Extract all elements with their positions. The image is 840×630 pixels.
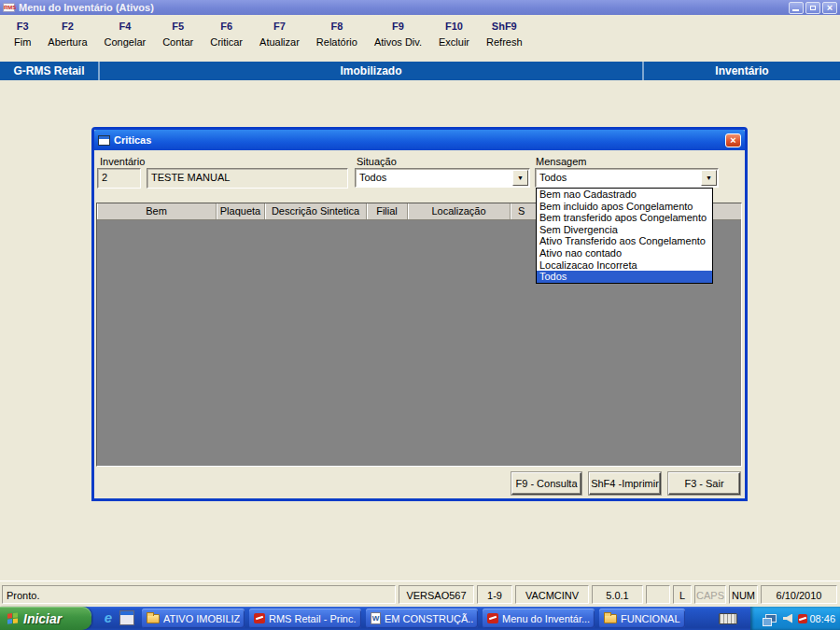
sair-button[interactable]: F3 - Sair <box>668 472 740 495</box>
toolbar-item-relatorio[interactable]: F8Relatório <box>308 21 366 48</box>
inventario-name-field[interactable]: TESTE MANUAL <box>147 168 348 189</box>
app-rms-icon: RMS <box>3 3 15 12</box>
band-product: G-RMS Retail <box>0 62 98 80</box>
status-empty <box>646 585 670 604</box>
internet-explorer-icon[interactable]: e <box>101 610 116 625</box>
quicklaunch-app-icon[interactable] <box>119 610 134 625</box>
status-range: 1-9 <box>477 585 512 604</box>
inventario-label: Inventário <box>100 156 145 167</box>
status-version: VERSAO567 <box>399 585 474 604</box>
close-icon: × <box>823 2 836 13</box>
form-icon <box>98 135 110 146</box>
imprimir-button[interactable]: ShF4 -Imprimir <box>589 472 661 495</box>
word-document-icon: W <box>371 612 381 624</box>
status-num: NUM <box>729 585 758 604</box>
toolbar-item-atualizar[interactable]: F7Atualizar <box>251 21 308 48</box>
status-message: Pronto. <box>2 585 396 604</box>
rms-tray-icon[interactable] <box>798 614 807 623</box>
status-program: VACMCINV <box>515 585 589 604</box>
column-header-descricao[interactable]: Descrição Sintetica <box>265 203 367 219</box>
status-l-flag: L <box>673 585 692 604</box>
status-caps: CAPS <box>694 585 726 604</box>
dropdown-option-selected[interactable]: Todos <box>537 271 712 283</box>
dialog-close-button[interactable]: × <box>725 133 741 147</box>
speaker-icon[interactable] <box>783 614 792 623</box>
dropdown-option[interactable]: Bem transferido apos Congelamento <box>537 212 712 224</box>
toolbar-item-excluir[interactable]: F10Excluir <box>430 21 478 48</box>
mensagem-label: Mensagem <box>536 156 586 167</box>
situacao-label: Situação <box>357 156 397 167</box>
situacao-combobox[interactable]: Todos ▼ <box>355 168 530 188</box>
chevron-down-icon[interactable]: ▼ <box>512 170 528 186</box>
situacao-value: Todos <box>356 169 511 187</box>
toolbar-item-congelar[interactable]: F4Congelar <box>96 21 155 48</box>
chevron-down-icon[interactable]: ▼ <box>701 170 717 186</box>
statusbar: Pronto. VERSAO567 1-9 VACMCINV 5.0.1 L C… <box>0 581 840 607</box>
toolbar-item-ativos-div[interactable]: F9Ativos Div. <box>366 21 430 48</box>
column-header-localizacao[interactable]: Localização <box>408 203 511 219</box>
dropdown-option[interactable]: Ativo nao contado <box>537 247 712 259</box>
dropdown-option[interactable]: Sem Divergencia <box>537 224 712 236</box>
folder-icon <box>604 614 617 623</box>
system-tray: 08:46 <box>750 607 840 630</box>
restore-icon <box>810 6 816 10</box>
window-title: Menu do Inventário (Ativos) <box>19 2 154 13</box>
mensagem-value: Todos <box>536 169 700 187</box>
window-titlebar: RMS Menu do Inventário (Ativos) × <box>0 0 840 15</box>
taskbar-item-funcional[interactable]: FUNCIONAL <box>599 609 685 628</box>
start-button[interactable]: Iniciar <box>0 607 91 630</box>
toolbar-item-fim[interactable]: F3Fim <box>6 21 39 48</box>
taskbar-item-rms-retail[interactable]: RMS Retail - Princ... <box>249 609 361 628</box>
dropdown-option[interactable]: Bem incluido apos Congelamento <box>537 201 712 213</box>
band-module: Imobilizado <box>100 62 642 80</box>
clock: 08:46 <box>809 613 835 624</box>
minimize-button[interactable] <box>789 2 804 14</box>
mensagem-dropdown-list: Bem nao Cadastrado Bem incluido apos Con… <box>536 188 713 284</box>
restore-button[interactable] <box>805 2 820 14</box>
network-icon[interactable] <box>765 614 777 623</box>
mensagem-combobox[interactable]: Todos ▼ <box>535 168 719 188</box>
keyboard-language-icon[interactable] <box>719 613 737 624</box>
toolbar-item-abertura[interactable]: F2Abertura <box>39 21 95 48</box>
criticas-dialog: Criticas × Inventário 2 TESTE MANUAL Sit… <box>91 127 748 501</box>
column-header-bem[interactable]: Bem <box>97 203 217 219</box>
client-area: Criticas × Inventário 2 TESTE MANUAL Sit… <box>0 80 840 581</box>
window-controls: × <box>789 2 837 14</box>
toolbar-item-refresh[interactable]: ShF9Refresh <box>478 21 531 48</box>
toolbar-item-contar[interactable]: F5Contar <box>154 21 202 48</box>
status-release: 5.0.1 <box>592 585 643 604</box>
dropdown-option[interactable]: Bem nao Cadastrado <box>537 189 712 201</box>
dialog-body: Inventário 2 TESTE MANUAL Situação Todos… <box>94 150 745 498</box>
taskbar-item-em-construcao[interactable]: W EM CONSTRUÇÃ... <box>366 609 478 628</box>
minimize-icon <box>792 9 799 11</box>
close-button[interactable]: × <box>822 2 837 14</box>
function-toolbar: F3Fim F2Abertura F4Congelar F5Contar F6C… <box>0 15 840 60</box>
windows-flag-icon <box>7 612 19 624</box>
start-label: Iniciar <box>23 611 62 626</box>
column-header-filial[interactable]: Filial <box>367 203 408 219</box>
column-header-plaqueta[interactable]: Plaqueta <box>217 203 265 219</box>
module-band: G-RMS Retail Imobilizado Inventário <box>0 62 840 80</box>
toolbar-item-criticar[interactable]: F6Criticar <box>202 21 251 48</box>
rms-app-icon <box>254 613 265 623</box>
rms-app-icon <box>487 613 498 623</box>
band-submodule: Inventário <box>644 62 840 80</box>
taskbar: Iniciar e ATIVO IMOBILIZ... RMS Retail -… <box>0 607 840 630</box>
inventario-code-field[interactable]: 2 <box>97 168 141 189</box>
consulta-button[interactable]: F9 - Consulta <box>511 472 581 495</box>
status-date: 6/10/2010 <box>761 585 837 604</box>
dialog-titlebar: Criticas × <box>94 130 745 150</box>
folder-icon <box>147 614 160 623</box>
dropdown-option[interactable]: Ativo Transferido aos Congelamento <box>537 235 712 247</box>
dialog-title: Criticas <box>114 134 151 146</box>
dropdown-option[interactable]: Localizacao Incorreta <box>537 259 712 272</box>
screen: RMS Menu do Inventário (Ativos) × F3Fim … <box>0 0 840 630</box>
taskbar-item-menu-inventario[interactable]: Menu do Inventár... <box>483 609 595 628</box>
taskbar-item-ativo-imobilizado[interactable]: ATIVO IMOBILIZ... <box>142 609 245 628</box>
